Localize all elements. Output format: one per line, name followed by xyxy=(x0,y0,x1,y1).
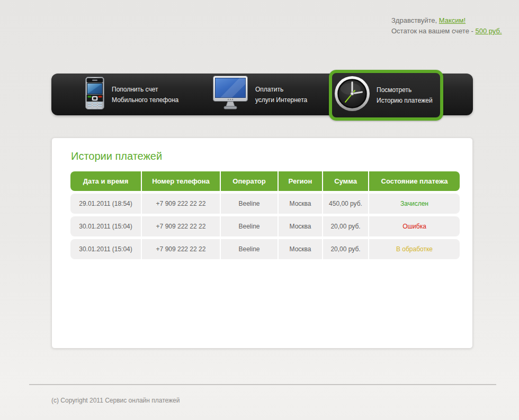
nav-item-payment-history[interactable]: Посмотреть Историю платежей xyxy=(329,70,443,121)
nav-label-line1: Посмотреть xyxy=(377,85,433,95)
main-nav: Пополнить счет Мобильного телефона xyxy=(51,74,473,115)
footer-divider xyxy=(29,384,496,385)
cell-phone: +7 909 222 22 22 xyxy=(142,216,221,236)
payment-history-panel: Истории платежей Дата и время Номер теле… xyxy=(51,138,473,349)
cell-datetime: 30.01.2011 (15:04) xyxy=(70,239,142,259)
payments-table: Дата и время Номер телефона Оператор Рег… xyxy=(70,171,460,259)
nav-item-topup-mobile[interactable]: Пополнить счет Мобильного телефона xyxy=(85,74,178,115)
column-header-phone: Номер телефона xyxy=(142,171,221,191)
footer-copyright: (c) Copyright 2011 Сервис онлайн платеже… xyxy=(51,397,180,404)
greeting-block: Здравствуйте, Максим! Остаток на вашем с… xyxy=(391,15,502,36)
mobile-phone-icon xyxy=(85,77,104,113)
cell-amount: 450,00 руб. xyxy=(323,194,369,214)
cell-datetime: 30.01.2011 (15:04) xyxy=(70,216,142,236)
column-header-status: Состояние платежа xyxy=(369,171,460,191)
nav-label-line1: Оплатить xyxy=(255,84,307,95)
cell-operator: Beeline xyxy=(221,194,279,214)
table-row: 30.01.2011 (15:04) +7 909 222 22 22 Beel… xyxy=(70,239,460,259)
cell-operator: Beeline xyxy=(221,239,279,259)
column-header-operator: Оператор xyxy=(221,171,279,191)
cell-datetime: 29.01.2011 (18:54) xyxy=(70,194,142,214)
column-header-datetime: Дата и время xyxy=(70,171,142,191)
cell-region: Москва xyxy=(279,216,323,236)
status-badge: В обработке xyxy=(369,239,460,259)
balance-line: Остаток на вашем счете - 500 руб. xyxy=(391,26,502,36)
column-header-amount: Сумма xyxy=(323,171,369,191)
greeting-line: Здравствуйте, Максим! xyxy=(391,15,502,26)
username-link[interactable]: Максим! xyxy=(439,16,466,24)
cell-region: Москва xyxy=(279,194,323,214)
cell-phone: +7 909 222 22 22 xyxy=(142,194,221,214)
cell-operator: Beeline xyxy=(221,216,279,236)
cell-amount: 20,00 руб. xyxy=(323,216,369,236)
nav-label-line1: Пополнить счет xyxy=(112,84,178,95)
table-row: 29.01.2011 (18:54) +7 909 222 22 22 Beel… xyxy=(70,194,460,214)
nav-label-line2: услуги Интернета xyxy=(255,95,307,105)
cell-phone: +7 909 222 22 22 xyxy=(142,239,221,259)
status-badge: Зачислен xyxy=(369,194,460,214)
greeting-prefix: Здравствуйте, xyxy=(391,16,437,24)
cell-region: Москва xyxy=(279,239,323,259)
page-title: Истории платежей xyxy=(71,150,472,162)
table-row: 30.01.2011 (15:04) +7 909 222 22 22 Beel… xyxy=(70,216,460,236)
status-badge: Ошибка xyxy=(369,216,460,236)
cell-amount: 20,00 руб. xyxy=(323,239,369,259)
table-header-row: Дата и время Номер телефона Оператор Рег… xyxy=(70,171,460,191)
nav-label-line2: Историю платежей xyxy=(377,95,433,106)
nav-item-pay-internet[interactable]: Оплатить услуги Интернета xyxy=(213,74,307,115)
column-header-region: Регион xyxy=(279,171,323,191)
nav-label-line2: Мобильного телефона xyxy=(112,95,178,105)
balance-link[interactable]: 500 руб. xyxy=(475,27,502,35)
monitor-icon xyxy=(213,76,248,114)
balance-prefix: Остаток на вашем счете - xyxy=(391,27,473,35)
clock-icon xyxy=(334,76,370,115)
